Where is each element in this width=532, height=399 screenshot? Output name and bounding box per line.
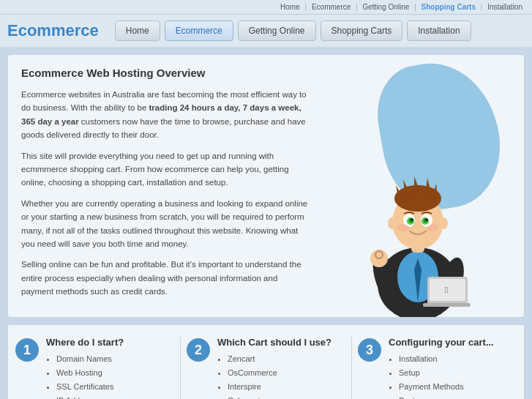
nav-home[interactable]: Home: [115, 20, 160, 41]
col3-title: Configuring your cart...: [389, 337, 494, 348]
list-item: OsCommerce: [228, 366, 331, 380]
main-content-area: Ecommerce Web Hosting Overview Ecommerce…: [7, 54, 525, 318]
sep2: |: [356, 3, 358, 11]
para2: This site will provide everything you ne…: [21, 149, 310, 190]
list-item: Payment Methods: [399, 380, 494, 394]
breadcrumb-installation[interactable]: Installation: [487, 3, 522, 11]
col-content-2: Which Cart should I use? Zencart OsComme…: [217, 337, 331, 399]
sep1: |: [305, 3, 307, 11]
list-item: Web Hosting: [56, 366, 124, 380]
svg-point-28: [439, 217, 448, 229]
list-item: IP Addresses: [56, 394, 124, 399]
breadcrumb-getting-online[interactable]: Getting Online: [362, 3, 409, 11]
col3-list: Installation Setup Payment Methods Posta…: [389, 352, 494, 399]
nav-shopping-carts[interactable]: Shopping Carts: [321, 20, 403, 41]
breadcrumb-home[interactable]: Home: [280, 3, 300, 11]
svg-point-30: [427, 224, 438, 231]
list-item: Installation: [399, 352, 494, 366]
list-item: Cubecart: [228, 394, 331, 399]
col2-title: Which Cart should I use?: [217, 337, 331, 348]
breadcrumb-ecommerce[interactable]: Ecommerce: [312, 3, 351, 11]
number-badge-3: 3: [358, 338, 381, 362]
list-item: Domain Names: [56, 352, 124, 366]
svg-rect-10: [423, 303, 471, 307]
bottom-col-3: 3 Configuring your cart... Installation …: [358, 337, 517, 399]
nav-getting-online[interactable]: Getting Online: [238, 20, 316, 41]
col-content-3: Configuring your cart... Installation Se…: [389, 337, 494, 399]
bottom-col-1: 1 Where do I start? Domain Names Web Hos…: [15, 337, 174, 399]
illustration-area: : [323, 55, 513, 317]
col1-title: Where do I start?: [46, 337, 124, 348]
list-item: Interspire: [228, 380, 331, 394]
col-content-1: Where do I start? Domain Names Web Hosti…: [46, 337, 124, 399]
svg-point-26: [426, 219, 428, 221]
para3: Whether you are currently operating a bu…: [21, 197, 310, 251]
col-divider-1: [180, 337, 181, 399]
para4: Selling online can be fun and profitable…: [21, 258, 310, 298]
content-text: Ecommerce Web Hosting Overview Ecommerce…: [8, 55, 323, 317]
breadcrumb-shopping-carts[interactable]: Shopping Carts: [422, 3, 476, 11]
character-illustration: : [341, 141, 495, 317]
list-item: Postage: [399, 394, 494, 399]
list-item: Setup: [399, 366, 494, 380]
col1-list: Domain Names Web Hosting SSL Certificate…: [46, 352, 124, 399]
number-badge-2: 2: [187, 338, 210, 362]
header: Ecommerce Home Ecommerce Getting Online …: [0, 15, 532, 47]
svg-point-29: [397, 224, 409, 231]
list-item: Zencart: [228, 352, 331, 366]
col-divider-2: [351, 337, 352, 399]
main-title: Ecommerce Web Hosting Overview: [21, 67, 310, 79]
sep4: |: [481, 3, 483, 11]
number-badge-1: 1: [15, 338, 39, 362]
sep3: |: [414, 3, 416, 11]
nav-installation[interactable]: Installation: [407, 20, 471, 41]
list-item: SSL Certificates: [56, 380, 124, 394]
nav-ecommerce[interactable]: Ecommerce: [165, 20, 233, 41]
svg-point-25: [411, 219, 413, 221]
svg-text:: : [445, 285, 448, 295]
col2-list: Zencart OsCommerce Interspire Cubecart S…: [217, 352, 331, 399]
breadcrumb-bar: Home | Ecommerce | Getting Online | Shop…: [0, 0, 532, 15]
bottom-col-2: 2 Which Cart should I use? Zencart OsCom…: [187, 337, 345, 399]
logo: Ecommerce: [7, 21, 99, 40]
svg-point-27: [388, 217, 397, 229]
bottom-section: 1 Where do I start? Domain Names Web Hos…: [7, 325, 525, 399]
para1: Ecommerce websites in Australia are fast…: [21, 88, 310, 142]
